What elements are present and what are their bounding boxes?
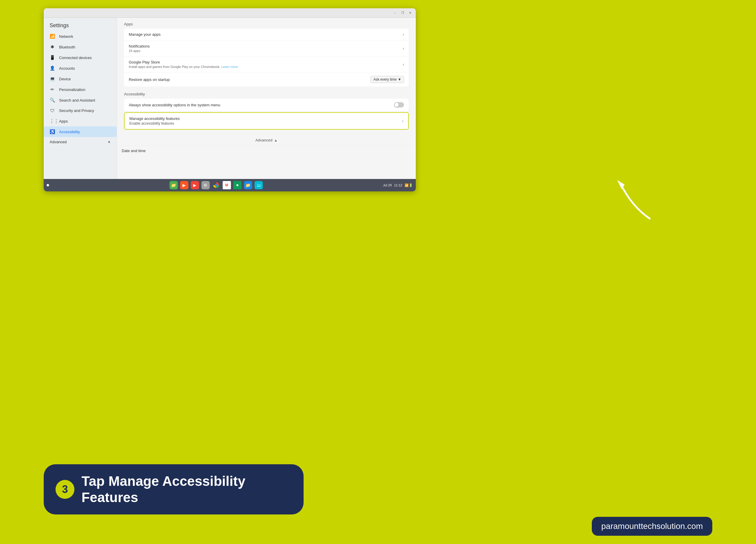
- accessibility-icon: ♿: [50, 129, 55, 134]
- sidebar-item-personalization[interactable]: ✏ Personalization: [44, 84, 117, 95]
- website-url-text: paramounttechsolution.com: [601, 522, 703, 531]
- restore-apps-dropdown[interactable]: Ask every time ▼: [371, 76, 404, 83]
- sidebar-label-apps: Apps: [59, 119, 68, 123]
- manage-accessibility-subtitle: Enable accessibility features: [129, 121, 402, 126]
- learn-more-link[interactable]: Learn more: [221, 65, 238, 69]
- shield-icon: 🛡: [50, 108, 55, 113]
- sidebar: Settings 📶 Network ✱ Bluetooth 📱 Connect…: [44, 18, 117, 191]
- website-url-box: paramounttechsolution.com: [592, 517, 712, 536]
- manage-apps-action: ›: [403, 32, 404, 37]
- sidebar-item-connected-devices[interactable]: 📱 Connected devices: [44, 52, 117, 63]
- taskbar-icon-files[interactable]: 📁: [170, 181, 178, 189]
- taskbar-time: 11:12: [394, 183, 402, 187]
- arrow-container: [608, 165, 656, 226]
- sidebar-item-accessibility[interactable]: ♿ Accessibility: [44, 126, 117, 137]
- sidebar-item-search-assistant[interactable]: 🔍 Search and Assistant: [44, 95, 117, 105]
- devices-icon: 📱: [50, 55, 55, 60]
- taskbar-date: Jul 29: [383, 183, 392, 187]
- google-play-row[interactable]: Google Play Store Install apps and games…: [124, 56, 409, 72]
- sidebar-label-accessibility: Accessibility: [59, 130, 80, 134]
- restore-apps-title: Restore apps on startup: [129, 77, 371, 82]
- date-time-row[interactable]: Date and time: [117, 145, 416, 156]
- manage-accessibility-title: Manage accessibility features: [129, 116, 402, 121]
- sidebar-item-network[interactable]: 📶 Network: [44, 31, 117, 42]
- sidebar-label-bluetooth: Bluetooth: [59, 45, 75, 49]
- sidebar-item-advanced[interactable]: Advanced ▼: [44, 137, 117, 147]
- taskbar-dot: [47, 184, 49, 186]
- google-play-chevron-icon: ›: [403, 62, 404, 66]
- main-advanced-label: Advanced: [255, 138, 273, 142]
- accessibility-toggle[interactable]: [394, 102, 404, 108]
- advanced-chevron-icon: ▼: [107, 140, 111, 144]
- notifications-text: Notifications 24 apps: [129, 44, 403, 53]
- taskbar-right: Jul 29 11:12 📶🔋: [383, 183, 413, 187]
- main-advanced-chevron-icon: ▲: [274, 139, 277, 142]
- notifications-chevron-icon: ›: [403, 46, 404, 51]
- taskbar-icon-play[interactable]: ▶: [180, 181, 188, 189]
- maximize-button[interactable]: ❐: [400, 10, 405, 16]
- manage-accessibility-row[interactable]: Manage accessibility features Enable acc…: [124, 112, 409, 130]
- always-show-accessibility-row[interactable]: Always show accessibility options in the…: [124, 99, 409, 111]
- sidebar-item-device[interactable]: 💻 Device: [44, 74, 117, 84]
- sidebar-label-device: Device: [59, 77, 71, 81]
- google-play-title: Google Play Store: [129, 60, 403, 64]
- manage-accessibility-inner[interactable]: Manage accessibility features Enable acc…: [125, 113, 408, 129]
- restore-apps-text: Restore apps on startup: [129, 77, 371, 82]
- main-advanced-row[interactable]: Advanced ▲: [117, 135, 416, 145]
- taskbar-icon-sheets[interactable]: ■: [233, 181, 242, 189]
- taskbar-icon-chrome[interactable]: [212, 181, 220, 189]
- manage-apps-chevron-icon: ›: [403, 32, 404, 37]
- apps-card: Manage your apps › Notifications 24 apps: [124, 29, 409, 87]
- taskbar-icon-youtube[interactable]: ▶: [191, 181, 199, 189]
- apps-section-header: Apps: [124, 22, 409, 26]
- grid-icon: ⋮⋮: [50, 118, 55, 124]
- taskbar-left: [47, 184, 49, 186]
- wifi-icon: 📶: [50, 34, 55, 39]
- sidebar-item-security[interactable]: 🛡 Security and Privacy: [44, 105, 117, 116]
- taskbar-icon-settings[interactable]: ⚙: [201, 181, 210, 189]
- dropdown-chevron-icon: ▼: [398, 77, 401, 82]
- sidebar-label-personalization: Personalization: [59, 87, 85, 92]
- step-number: 3: [56, 480, 74, 499]
- notifications-row[interactable]: Notifications 24 apps ›: [124, 40, 409, 56]
- screenshot-window: − ❐ ✕ Settings 📶 Network ✱ Bluetooth 📱 C…: [44, 8, 416, 191]
- always-show-text: Always show accessibility options in the…: [129, 103, 394, 107]
- laptop-icon: 💻: [50, 76, 55, 82]
- close-button[interactable]: ✕: [408, 10, 413, 16]
- minimize-button[interactable]: −: [392, 10, 397, 16]
- sidebar-label-connected: Connected devices: [59, 56, 92, 60]
- notifications-action: ›: [403, 46, 404, 51]
- manage-accessibility-text: Manage accessibility features Enable acc…: [129, 116, 402, 126]
- sidebar-label-network: Network: [59, 34, 73, 39]
- instruction-box: 3 Tap Manage AccessibilityFeatures: [44, 464, 304, 514]
- settings-title: Settings: [44, 18, 117, 31]
- highlighted-section: Manage accessibility features Enable acc…: [124, 112, 409, 130]
- person-icon: 👤: [50, 66, 55, 71]
- taskbar-icons-status: 📶🔋: [405, 183, 413, 187]
- notifications-title: Notifications: [129, 44, 403, 48]
- sidebar-item-accounts[interactable]: 👤 Accounts: [44, 63, 117, 74]
- restore-apps-row[interactable]: Restore apps on startup Ask every time ▼: [124, 72, 409, 87]
- brush-icon: ✏: [50, 87, 55, 92]
- sidebar-label-accounts: Accounts: [59, 66, 75, 71]
- sidebar-item-bluetooth[interactable]: ✱ Bluetooth: [44, 42, 117, 52]
- sidebar-item-apps[interactable]: ⋮⋮ Apps: [44, 116, 117, 126]
- settings-window: Settings 📶 Network ✱ Bluetooth 📱 Connect…: [44, 18, 416, 191]
- sidebar-label-advanced: Advanced: [50, 140, 103, 144]
- taskbar-icon-gmail[interactable]: M: [223, 181, 231, 189]
- restore-apps-action[interactable]: Ask every time ▼: [371, 76, 404, 83]
- taskbar-center: 📁 ▶ ▶ ⚙ M ■ 📁 🗂: [170, 181, 263, 189]
- taskbar: 📁 ▶ ▶ ⚙ M ■ 📁 🗂 Jul 29 11:12 📶🔋: [44, 179, 416, 191]
- manage-accessibility-chevron-icon: ›: [402, 119, 403, 123]
- sidebar-label-security: Security and Privacy: [59, 108, 94, 113]
- search-sidebar-icon: 🔍: [50, 97, 55, 103]
- bluetooth-icon: ✱: [50, 44, 55, 50]
- taskbar-icon-files2[interactable]: 🗂: [255, 181, 263, 189]
- main-content[interactable]: Apps Manage your apps › Not: [117, 18, 416, 191]
- arrow-svg: [608, 165, 656, 224]
- taskbar-icon-drive[interactable]: 📁: [244, 181, 252, 189]
- manage-apps-row[interactable]: Manage your apps ›: [124, 29, 409, 40]
- manage-apps-title: Manage your apps: [129, 32, 403, 37]
- accessibility-section-header: Accessibility: [124, 92, 409, 96]
- manage-apps-text: Manage your apps: [129, 32, 403, 37]
